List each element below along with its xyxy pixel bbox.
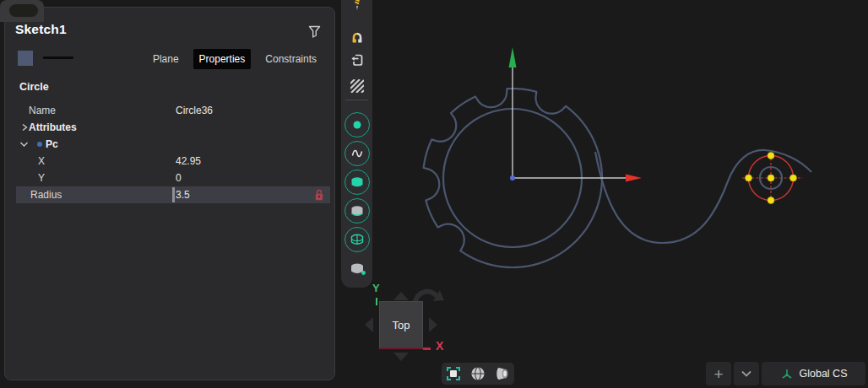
tab-constraints[interactable]: Constraints	[259, 49, 323, 69]
chevron-right-icon[interactable]	[21, 123, 28, 132]
panel-tabs: Plane Properties Constraints	[147, 49, 323, 69]
chevron-down-icon[interactable]	[19, 141, 29, 148]
lock-icon[interactable]	[314, 188, 324, 202]
surface-gray-icon	[349, 202, 366, 219]
point-tool-button[interactable]	[344, 112, 370, 137]
mesh-surface-tool-button[interactable]	[344, 227, 370, 252]
radius-input[interactable]: 3.5	[176, 189, 190, 201]
row-radius[interactable]: Radius 3.5	[5, 186, 334, 203]
cube-arrow-left-icon[interactable]	[365, 317, 373, 332]
row-x[interactable]: X 42.95	[5, 153, 334, 170]
view-nav-toolbar	[442, 363, 514, 385]
tab-properties[interactable]: Properties	[193, 49, 252, 69]
cube-arrow-right-icon[interactable]	[429, 317, 437, 332]
row-name[interactable]: Name Circle36	[5, 102, 334, 119]
row-label: Y	[38, 172, 45, 184]
surface-fill-tool-button[interactable]	[344, 170, 370, 195]
view-cube: Top Y X	[361, 280, 449, 364]
chevron-down-icon	[741, 369, 752, 378]
rail-divider	[345, 100, 368, 100]
panel-grip[interactable]	[0, 0, 44, 22]
y-axis-arrow-icon	[509, 47, 517, 67]
value-divider	[172, 187, 175, 202]
cube-arrow-up-icon[interactable]	[393, 292, 409, 300]
cube-y-axis-label: Y	[372, 282, 380, 294]
color-swatch[interactable]	[18, 51, 33, 66]
app-window: Top Y X	[0, 0, 868, 388]
coordinate-system-icon	[780, 367, 794, 380]
zoom-fit-icon[interactable]	[443, 364, 464, 383]
spline-icon	[349, 145, 366, 162]
row-label: Attributes	[29, 121, 77, 133]
circle-handle[interactable]	[768, 153, 774, 159]
tab-plane[interactable]: Plane	[147, 49, 185, 69]
property-rows: Name Circle36 Attributes Pc X 42.95	[5, 102, 334, 203]
circle-handle[interactable]	[790, 175, 797, 181]
drill-tool-icon[interactable]	[341, 0, 372, 12]
surface-modifier-icon[interactable]	[341, 260, 372, 276]
coordinate-system-bar: + Global CS	[706, 362, 865, 385]
circle-handle[interactable]	[768, 197, 774, 204]
plus-icon: +	[713, 366, 723, 382]
circle-handle[interactable]	[768, 175, 774, 181]
row-y[interactable]: Y 0	[5, 170, 334, 186]
x-value[interactable]: 42.95	[176, 155, 201, 167]
row-attributes[interactable]: Attributes	[5, 119, 334, 136]
exit-sketch-icon[interactable]	[341, 53, 372, 67]
cube-y-axis-tick	[376, 298, 377, 305]
sketch-properties-panel: Sketch1 Plane Properties Constraints Cir…	[4, 7, 335, 380]
cube-x-axis-label: X	[436, 339, 443, 353]
cs-dropdown-button[interactable]	[734, 362, 759, 385]
x-axis-arrow-icon	[626, 175, 642, 182]
surface-gray-tool-button[interactable]	[344, 198, 370, 224]
cube-x-axis-tick	[423, 348, 431, 350]
surface-fill-icon	[349, 174, 366, 191]
perspective-view-icon[interactable]	[492, 364, 513, 383]
hatch-icon[interactable]	[341, 79, 372, 93]
add-cs-button[interactable]: +	[706, 362, 731, 385]
spline-tool-button[interactable]	[344, 141, 370, 166]
spline-curve[interactable]	[595, 150, 811, 243]
section-title: Circle	[19, 81, 49, 93]
panel-title: Sketch1	[15, 22, 67, 37]
row-label: Radius	[30, 189, 62, 201]
view-cube-label: Top	[393, 319, 410, 331]
orthographic-view-icon[interactable]	[468, 364, 488, 383]
row-pc[interactable]: Pc	[5, 136, 334, 153]
global-cs-label: Global CS	[800, 368, 848, 380]
mesh-surface-icon	[349, 231, 366, 248]
row-label: Pc	[46, 138, 58, 150]
pc-point-icon	[37, 142, 42, 147]
cube-arrow-down-icon[interactable]	[393, 353, 409, 361]
origin-point[interactable]	[510, 175, 515, 181]
name-value[interactable]: Circle36	[176, 105, 213, 116]
measure-tool-icon[interactable]	[341, 31, 372, 44]
point-icon	[353, 121, 361, 129]
grip-pill-icon	[9, 4, 38, 17]
view-cube-face-top[interactable]: Top	[379, 301, 423, 349]
row-label: Name	[29, 105, 56, 116]
filter-button[interactable]	[306, 23, 323, 40]
y-value[interactable]: 0	[176, 172, 182, 184]
tool-rail	[341, 0, 372, 288]
line-style-preview	[43, 57, 73, 59]
circle-handle[interactable]	[746, 175, 752, 181]
filter-icon	[307, 24, 322, 39]
global-cs-button[interactable]: Global CS	[762, 362, 865, 385]
row-label: X	[38, 155, 45, 167]
